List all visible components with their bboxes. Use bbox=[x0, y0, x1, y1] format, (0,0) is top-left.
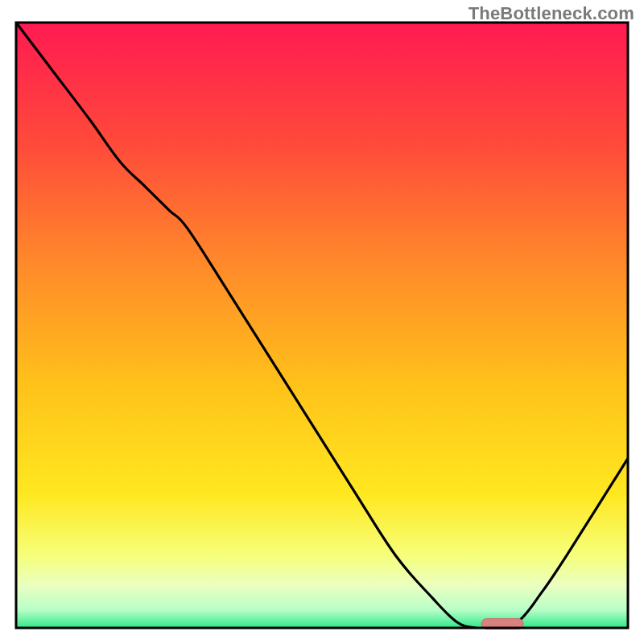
bottleneck-chart bbox=[0, 0, 644, 644]
watermark-text: TheBottleneck.com bbox=[469, 3, 634, 24]
chart-container: TheBottleneck.com bbox=[0, 0, 644, 644]
gradient-background bbox=[16, 23, 628, 628]
